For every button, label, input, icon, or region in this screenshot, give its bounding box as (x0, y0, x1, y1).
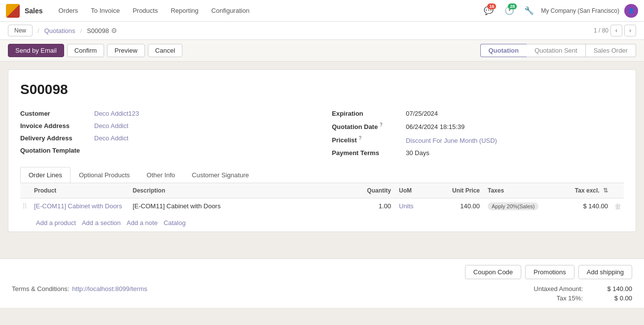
tax-value: $ 0.00 (593, 294, 632, 302)
action-bar: Send by Email Confirm Preview Cancel Quo… (0, 40, 644, 62)
activities-badge: 28 (508, 3, 517, 9)
delivery-address-row: Delivery Address Deco Addict (20, 132, 312, 144)
form-grid: Customer Deco Addict123 Invoice Address … (20, 107, 624, 159)
nav-menu: Orders To Invoice Products Reporting Con… (53, 4, 481, 17)
form-card: S00098 Customer Deco Addict123 Invoice A… (8, 69, 636, 232)
catalog-link[interactable]: Catalog (164, 219, 186, 227)
prev-record-button[interactable]: ‹ (610, 25, 622, 36)
nav-reporting[interactable]: Reporting (165, 4, 204, 17)
nav-configuration[interactable]: Configuration (206, 4, 255, 17)
status-quotation-sent[interactable]: Quotation Sent (527, 44, 586, 57)
col-product: Product (30, 183, 129, 198)
quantity-cell[interactable]: 1.00 (351, 198, 395, 214)
product-cell[interactable]: [E-COM11] Cabinet with Doors (30, 198, 129, 214)
top-nav: Sales Orders To Invoice Products Reporti… (0, 0, 644, 22)
nav-right: 💬 16 🕐 28 🔧 My Company (San Francisco) 👤 (481, 3, 638, 19)
unit-price-cell[interactable]: 140.00 (434, 198, 484, 214)
delete-cell[interactable]: 🗑 (612, 198, 624, 214)
cancel-button[interactable]: Cancel (148, 44, 182, 57)
new-button[interactable]: New (8, 25, 33, 36)
messages-badge: 16 (487, 3, 496, 9)
delivery-address-label: Delivery Address (20, 134, 94, 142)
untaxed-amount-row: Untaxed Amount: $ 140.00 (534, 285, 632, 292)
expiration-row: Expiration 07/25/2024 (332, 107, 624, 120)
order-table: Product Description Quantity UoM Unit Pr (20, 183, 624, 214)
col-delete (612, 183, 624, 198)
breadcrumb-nav: 1 / 80 ‹ › (594, 25, 636, 36)
invoice-address-row: Invoice Address Deco Addict (20, 120, 312, 132)
add-shipping-button[interactable]: Add shipping (578, 265, 632, 279)
delete-icon[interactable]: 🗑 (614, 202, 621, 210)
untaxed-label: Untaxed Amount: (534, 285, 583, 292)
nav-to-invoice[interactable]: To Invoice (85, 4, 126, 17)
terms-link[interactable]: http://localhost:8099/terms (72, 285, 147, 292)
breadcrumb-parent[interactable]: Quotations (44, 27, 75, 34)
send-email-button[interactable]: Send by Email (8, 44, 64, 57)
preview-button[interactable]: Preview (107, 44, 144, 57)
status-sales-order[interactable]: Sales Order (586, 44, 636, 57)
pricelist-value[interactable]: Discount For June Month (USD) (406, 137, 497, 144)
taxes-cell[interactable]: Apply 20%(Sales) (484, 198, 563, 214)
drag-handle-cell[interactable]: ⠿ (20, 198, 30, 214)
payment-terms-label: Payment Terms (332, 149, 406, 157)
quotation-date-value[interactable]: 06/24/2024 18:15:39 (406, 123, 465, 130)
invoice-address-label: Invoice Address (20, 122, 94, 130)
avatar[interactable]: 👤 (624, 4, 638, 18)
bottom-section: Coupon Code Promotions Add shipping Term… (0, 259, 644, 308)
pricelist-help[interactable]: ? (358, 135, 361, 141)
delivery-address-value[interactable]: Deco Addict (94, 134, 128, 142)
promotions-button[interactable]: Promotions (525, 265, 574, 279)
messages-btn[interactable]: 💬 16 (481, 3, 497, 19)
terms-label: Terms & Conditions: (12, 285, 69, 292)
breadcrumb-separator2: / (80, 27, 82, 34)
uom-cell[interactable]: Units (395, 198, 434, 214)
tab-order-lines[interactable]: Order Lines (20, 167, 71, 183)
quotation-date-label: Quotation Date ? (332, 122, 406, 130)
wrench-icon: 🔧 (524, 6, 534, 15)
settings-btn[interactable]: 🔧 (522, 4, 536, 18)
confirm-button[interactable]: Confirm (67, 44, 105, 57)
activities-btn[interactable]: 🕐 28 (501, 3, 517, 19)
status-quotation[interactable]: Quotation (480, 44, 527, 57)
expiration-value[interactable]: 07/25/2024 (406, 110, 438, 117)
avatar-initials: 👤 (628, 8, 634, 13)
tax-excl-cell[interactable]: $ 140.00 (563, 198, 612, 214)
tab-other-info[interactable]: Other Info (138, 167, 183, 183)
coupon-code-button[interactable]: Coupon Code (465, 265, 521, 279)
nav-orders[interactable]: Orders (53, 4, 84, 17)
quotation-date-help[interactable]: ? (380, 122, 383, 128)
col-settings-icon[interactable]: ⇅ (603, 187, 608, 194)
add-section-link[interactable]: Add a section (82, 219, 121, 227)
invoice-address-value[interactable]: Deco Addict (94, 122, 128, 130)
customer-value[interactable]: Deco Addict123 (94, 110, 139, 117)
tax-row: Tax 15%: $ 0.00 (557, 294, 632, 302)
add-note-link[interactable]: Add a note (127, 219, 158, 227)
gear-icon[interactable]: ⚙ (111, 27, 117, 34)
next-record-button[interactable]: › (624, 25, 636, 36)
company-selector[interactable]: My Company (San Francisco) (541, 7, 619, 14)
untaxed-value: $ 140.00 (593, 285, 632, 292)
tabs: Order Lines Optional Products Other Info… (20, 167, 624, 183)
table-row: ⠿ [E-COM11] Cabinet with Doors [E-COM11]… (20, 198, 624, 214)
breadcrumb-separator: / (37, 27, 39, 34)
breadcrumb-current-text: S00098 (87, 27, 109, 34)
col-quantity: Quantity (351, 183, 395, 198)
breadcrumb-bar: New / Quotations / S00098 ⚙ 1 / 80 ‹ › (0, 22, 644, 40)
tab-optional-products[interactable]: Optional Products (71, 167, 138, 183)
payment-terms-row: Payment Terms 30 Days (332, 147, 624, 159)
add-product-link[interactable]: Add a product (36, 219, 76, 227)
main-content: S00098 Customer Deco Addict123 Invoice A… (0, 62, 644, 259)
nav-products[interactable]: Products (127, 4, 164, 17)
pricelist-row: Pricelist ? Discount For June Month (USD… (332, 133, 624, 146)
col-description: Description (129, 183, 351, 198)
tax-label: Tax 15%: (557, 294, 583, 302)
description-cell[interactable]: [E-COM11] Cabinet with Doors (129, 198, 351, 214)
col-taxes: Taxes (484, 183, 563, 198)
quotation-date-row: Quotation Date ? 06/24/2024 18:15:39 (332, 120, 624, 133)
tax-badge: Apply 20%(Sales) (488, 202, 538, 210)
col-unit-price: Unit Price (434, 183, 484, 198)
table-header-row: Product Description Quantity UoM Unit Pr (20, 183, 624, 198)
payment-terms-value[interactable]: 30 Days (406, 149, 429, 157)
page-info: 1 / 80 (594, 27, 608, 34)
tab-customer-signature[interactable]: Customer Signature (183, 167, 257, 183)
